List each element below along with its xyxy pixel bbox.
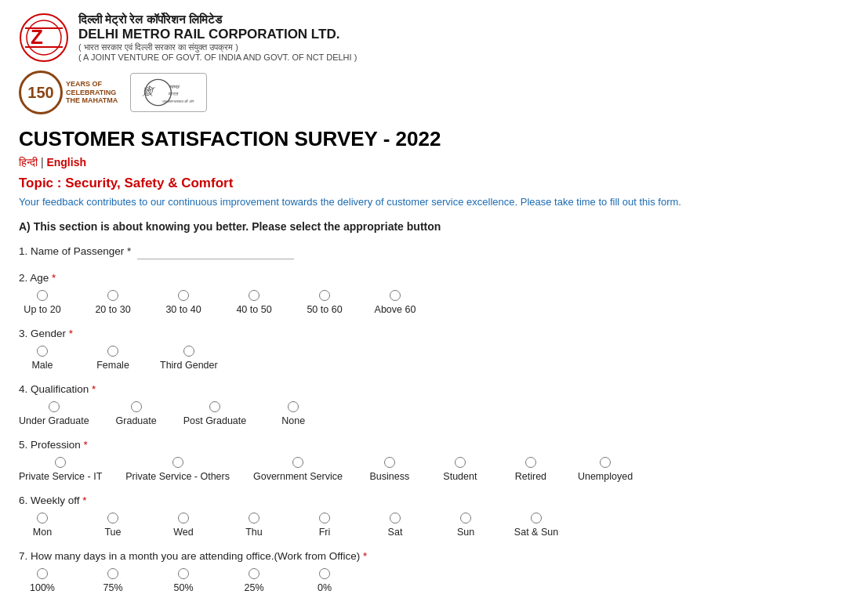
radio-private_others[interactable] (172, 457, 183, 468)
radio-label-male[interactable]: Male (31, 360, 53, 371)
radio-item-post_graduate: Post Graduate (183, 401, 247, 426)
svg-text:🕸: 🕸 (142, 85, 155, 97)
radio-item-mon: Mon (19, 513, 66, 538)
radio-label-sat[interactable]: Sat (388, 527, 403, 538)
radio-item-govt_service: Government Service (253, 457, 343, 482)
radio-item-retired: Retired (507, 457, 554, 482)
radio-none[interactable] (288, 401, 299, 412)
radio-label-30_to_40[interactable]: 30 to 40 (165, 304, 201, 315)
radio-item-private_others: Private Service - Others (125, 457, 230, 482)
org-text: दिल्ली मेट्रो रेल कॉर्पोरेशन लिमिटेड DEL… (78, 13, 357, 62)
radio-item-none: None (270, 401, 317, 426)
radio-label-post_graduate[interactable]: Post Graduate (183, 415, 247, 426)
radio-label-govt_service[interactable]: Government Service (253, 471, 343, 482)
radio-graduate[interactable] (131, 401, 142, 412)
radio-fri[interactable] (319, 513, 330, 524)
radio-up_to_20[interactable] (37, 290, 48, 301)
q2-options: Up to 2020 to 3030 to 4040 to 5050 to 60… (19, 290, 823, 315)
radio-label-up_to_20[interactable]: Up to 20 (24, 304, 60, 315)
feedback-text: Your feedback contributes to our continu… (19, 196, 823, 208)
radio-label-graduate[interactable]: Graduate (116, 415, 157, 426)
radio-label-sun[interactable]: Sun (457, 527, 474, 538)
radio-label-25[interactable]: 25% (244, 582, 263, 593)
radio-20_to_30[interactable] (107, 290, 118, 301)
radio-label-business[interactable]: Business (370, 471, 410, 482)
radio-sat_sun[interactable] (531, 513, 542, 524)
hindi-link[interactable]: हिन्दी (19, 156, 38, 168)
radio-item-graduate: Graduate (113, 401, 160, 426)
radio-label-under_graduate[interactable]: Under Graduate (19, 415, 89, 426)
radio-item-fri: Fri (301, 513, 348, 538)
radio-thu[interactable] (249, 513, 259, 524)
radio-label-mon[interactable]: Mon (33, 527, 52, 538)
radio-item-tue: Tue (89, 513, 136, 538)
radio-label-75[interactable]: 75% (103, 582, 122, 593)
radio-sun[interactable] (460, 513, 471, 524)
radio-0[interactable] (319, 568, 330, 579)
radio-50_to_60[interactable] (319, 290, 330, 301)
radio-govt_service[interactable] (292, 457, 303, 468)
radio-female[interactable] (107, 346, 118, 357)
radio-label-female[interactable]: Female (96, 360, 129, 371)
radio-item-thu: Thu (230, 513, 278, 538)
radio-male[interactable] (37, 346, 48, 357)
radio-label-none[interactable]: None (281, 415, 305, 426)
radio-label-unemployed[interactable]: Unemployed (578, 471, 633, 482)
radio-post_graduate[interactable] (209, 401, 220, 412)
radio-item-50: 50% (160, 568, 207, 593)
radio-label-third_gender[interactable]: Third Gender (160, 360, 218, 371)
radio-mon[interactable] (37, 513, 48, 524)
radio-75[interactable] (107, 568, 118, 579)
svg-text:भारत: भारत (168, 91, 179, 96)
radio-under_graduate[interactable] (49, 401, 60, 412)
radio-item-20_to_30: 20 to 30 (89, 290, 136, 315)
language-row: हिन्दी | English (19, 156, 823, 169)
radio-40_to_50[interactable] (249, 290, 259, 301)
dmrc-logo: Z (19, 13, 69, 63)
radio-item-unemployed: Unemployed (578, 457, 633, 482)
q5-options: Private Service - ITPrivate Service - Ot… (19, 457, 823, 482)
radio-label-tue[interactable]: Tue (104, 527, 121, 538)
radio-label-student[interactable]: Student (443, 471, 477, 482)
radio-label-50_to_60[interactable]: 50 to 60 (307, 304, 342, 315)
radio-item-student: Student (437, 457, 484, 482)
radio-label-thu[interactable]: Thu (245, 527, 263, 538)
radio-above_60[interactable] (390, 290, 401, 301)
name-input[interactable] (137, 244, 294, 259)
radio-25[interactable] (249, 568, 259, 579)
english-link[interactable]: English (46, 156, 86, 168)
radio-tue[interactable] (107, 513, 118, 524)
radio-label-40_to_50[interactable]: 40 to 50 (236, 304, 271, 315)
radio-label-0[interactable]: 0% (318, 582, 332, 593)
svg-text:एक कदम स्वच्छता की ओर: एक कदम स्वच्छता की ओर (162, 99, 194, 103)
radio-30_to_40[interactable] (178, 290, 189, 301)
radio-label-retired[interactable]: Retired (515, 471, 546, 482)
radio-item-third_gender: Third Gender (160, 346, 218, 371)
radio-label-fri[interactable]: Fri (319, 527, 331, 538)
years-circle: 150 (19, 71, 63, 114)
radio-label-sat_sun[interactable]: Sat & Sun (514, 527, 558, 538)
radio-third_gender[interactable] (183, 346, 194, 357)
radio-50[interactable] (178, 568, 189, 579)
radio-business[interactable] (384, 457, 395, 468)
radio-sat[interactable] (390, 513, 401, 524)
radio-wed[interactable] (178, 513, 189, 524)
radio-label-wed[interactable]: Wed (173, 527, 193, 538)
radio-label-50[interactable]: 50% (173, 582, 193, 593)
radio-label-private_others[interactable]: Private Service - Others (125, 471, 230, 482)
radio-item-above_60: Above 60 (372, 290, 419, 315)
org-english-name: DELHI METRO RAIL CORPORATION LTD. (78, 27, 357, 42)
radio-label-above_60[interactable]: Above 60 (375, 304, 416, 315)
radio-item-up_to_20: Up to 20 (19, 290, 66, 315)
radio-item-30_to_40: 30 to 40 (160, 290, 207, 315)
radio-retired[interactable] (525, 457, 536, 468)
radio-100[interactable] (37, 568, 48, 579)
radio-student[interactable] (455, 457, 466, 468)
radio-label-100[interactable]: 100% (30, 582, 55, 593)
radio-label-private_it[interactable]: Private Service - IT (19, 471, 102, 482)
question-3: 3. Gender * MaleFemaleThird Gender (19, 328, 823, 371)
question-5: 5. Profession * Private Service - ITPriv… (19, 439, 823, 482)
radio-private_it[interactable] (55, 457, 66, 468)
radio-unemployed[interactable] (600, 457, 611, 468)
radio-label-20_to_30[interactable]: 20 to 30 (95, 304, 130, 315)
